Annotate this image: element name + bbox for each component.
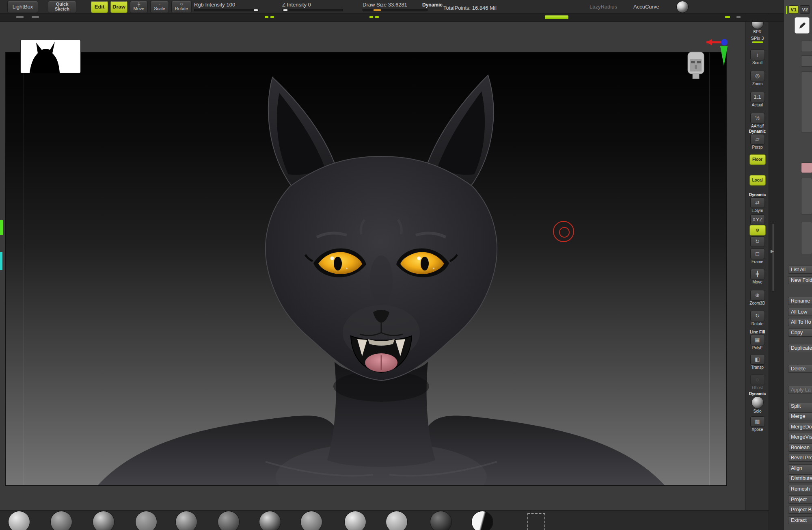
local-toggle[interactable]: Local — [749, 175, 766, 186]
sculpt-model-cat[interactable] — [6, 52, 727, 486]
shelf-button-floor[interactable]: Floor — [746, 154, 769, 165]
material-thumb[interactable] — [51, 511, 72, 530]
panel-button-extract[interactable]: Extract — [788, 516, 812, 524]
material-thumb[interactable] — [430, 511, 451, 530]
panel-button-rename[interactable]: Rename — [788, 297, 812, 305]
shelf-button-polyf[interactable]: Line Fill▦PolyF — [746, 330, 769, 350]
accucurve-button[interactable]: AccuCurve — [633, 4, 659, 10]
panel-button-delete[interactable]: Delete — [788, 365, 812, 373]
shelf-button-spix[interactable]: SPix 3 — [746, 36, 769, 43]
shelf-button-persp[interactable]: Dynamic▱Persp — [746, 129, 769, 149]
shelf-button-scroll[interactable]: ↕Scroll — [746, 50, 769, 65]
material-thumb[interactable] — [176, 511, 197, 530]
color-swatch[interactable] — [801, 162, 812, 173]
draw-size-thumb[interactable] — [374, 9, 381, 11]
shelf-button-transp[interactable]: ◧Transp — [746, 354, 769, 370]
z-intensity-thumb[interactable] — [283, 9, 287, 11]
material-thumb[interactable] — [9, 511, 30, 530]
material-thumb[interactable] — [386, 511, 407, 530]
shelf-button-xyz[interactable]: XYZ — [746, 214, 769, 225]
material-thumb[interactable] — [136, 511, 157, 530]
draw-button[interactable]: Draw — [110, 1, 127, 13]
panel-button-list-all[interactable]: List All — [788, 266, 812, 274]
lazy-radius-button[interactable]: LazyRadius — [590, 4, 617, 10]
panel-button-merge[interactable]: Merge — [788, 412, 812, 420]
rotate-button[interactable]: ↻Rotate — [171, 1, 192, 13]
tab-v1[interactable]: V1 — [789, 5, 798, 14]
axis-gizmo[interactable] — [699, 37, 732, 71]
z-intensity-slider[interactable]: Z Intensity 0 — [282, 2, 343, 11]
panel-button-copy[interactable]: Copy — [788, 329, 812, 337]
side-tool-strip[interactable] — [801, 178, 812, 214]
panel-button-project-b[interactable]: Project B — [788, 506, 812, 514]
rgb-intensity-track[interactable] — [194, 9, 259, 11]
panel-button-mergevis[interactable]: MergeVis — [788, 433, 812, 441]
panel-button-all-low[interactable]: All Low — [788, 308, 812, 316]
lightbox-button[interactable]: LightBox — [7, 1, 38, 13]
shelf-label: BPR — [746, 30, 769, 34]
panel-button-boolean[interactable]: Boolean — [788, 443, 812, 452]
transp-icon: ◧ — [750, 354, 765, 365]
shelf-button-rotate3d[interactable]: ↻Rotate — [746, 311, 769, 326]
axis-toggle[interactable]: ⊙ — [749, 225, 766, 236]
pen-tool-icon[interactable] — [795, 17, 810, 34]
material-thumb[interactable] — [301, 511, 322, 530]
panel-button-align[interactable]: Align — [788, 464, 812, 472]
viewport-canvas[interactable] — [0, 22, 745, 510]
shelf-button-lsym[interactable]: Dynamic⇄L.Sym — [746, 193, 769, 213]
panel-expand-arrow[interactable]: ▶ — [771, 249, 774, 254]
shelf-button-spin[interactable]: ↻ — [746, 236, 769, 247]
shelf-button-solo[interactable]: DynamicSolo — [746, 392, 769, 413]
panel-button-bevel-pro[interactable]: Bevel Pro — [788, 454, 812, 462]
material-thumb[interactable] — [259, 511, 281, 530]
shelf-button-ghost[interactable]: ◌Ghost — [746, 374, 769, 390]
dynamic-toggle[interactable]: Dynamic — [422, 2, 443, 8]
panel-button-distribute[interactable]: Distribute — [788, 474, 812, 482]
panel-button-split[interactable]: Split — [788, 402, 812, 410]
material-thumb[interactable] — [93, 511, 114, 530]
side-tool-strip[interactable] — [801, 71, 812, 132]
rgb-intensity-thumb[interactable] — [254, 9, 258, 11]
scroll-icon: ↕ — [750, 50, 765, 60]
edit-button[interactable]: Edit — [91, 1, 108, 13]
panel-button-project[interactable]: Project — [788, 495, 812, 504]
shelf-button-aahalf[interactable]: ½AAHalf — [746, 113, 769, 128]
draw-size-slider[interactable]: Draw Size 33.6281 — [363, 2, 428, 11]
brush-slot-empty[interactable] — [527, 513, 545, 530]
panel-button-new-fold[interactable]: New Fold — [788, 276, 812, 284]
floor-toggle[interactable]: Floor — [749, 154, 766, 165]
move-button[interactable]: ╋Move — [130, 1, 148, 13]
shelf-button-local[interactable]: Local — [746, 175, 769, 186]
scale-button[interactable]: ▫Scale — [150, 1, 169, 13]
side-tool-icon[interactable] — [801, 55, 812, 67]
tab-v2[interactable]: V2 — [800, 5, 810, 14]
panel-button-apply-la[interactable]: Apply La — [788, 386, 812, 394]
tool-panel: V1 V2 List AllNew FoldRenameAll LowAll T… — [784, 0, 812, 530]
shelf-button-frame[interactable]: ◻Frame — [746, 249, 769, 264]
side-tool-icon[interactable] — [801, 41, 812, 52]
shelf-button-axis[interactable]: ⊙ — [746, 225, 769, 236]
shelf-button-xpose[interactable]: ▧Xpose — [746, 416, 769, 432]
panel-button-label: Apply La — [791, 387, 811, 393]
shelf-button-move3d[interactable]: ╋Move — [746, 269, 769, 284]
shelf-label: Zoom3D — [746, 301, 769, 305]
panel-button-remesh[interactable]: Remesh — [788, 485, 812, 493]
z-intensity-track[interactable] — [282, 9, 343, 11]
material-sphere-icon[interactable] — [676, 1, 689, 13]
panel-button-all-to-ho[interactable]: All To Ho — [788, 318, 812, 326]
document-preview-thumbnail[interactable] — [21, 40, 80, 73]
material-thumb[interactable] — [345, 511, 366, 530]
panel-scrollbar[interactable] — [773, 224, 773, 291]
quick-sketch-button[interactable]: Quick Sketch — [48, 1, 76, 13]
sculpt-document[interactable] — [5, 52, 727, 486]
shelf-button-actual[interactable]: 1:1Actual — [746, 92, 769, 107]
panel-button-duplicate[interactable]: Duplicate — [788, 344, 812, 352]
shelf-button-zoom3d[interactable]: ⊕Zoom3D — [746, 290, 769, 305]
side-tool-strip[interactable] — [801, 222, 812, 254]
material-thumb[interactable] — [218, 511, 239, 530]
shelf-button-zoom[interactable]: ◎Zoom — [746, 71, 769, 86]
draw-size-track[interactable] — [363, 9, 428, 11]
material-thumb[interactable] — [472, 511, 493, 530]
rgb-intensity-slider[interactable]: Rgb Intensity 100 — [194, 2, 259, 11]
panel-button-mergedo[interactable]: MergeDo — [788, 423, 812, 431]
